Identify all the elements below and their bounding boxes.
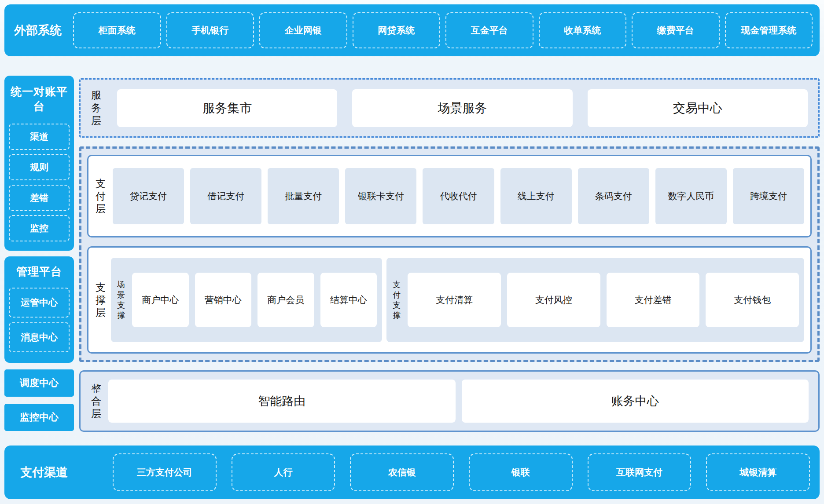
reconciliation-item: 差错 — [9, 185, 70, 211]
external-system-item: 网贷系统 — [353, 12, 441, 48]
external-system-item: 柜面系统 — [73, 12, 161, 48]
payment-channel-item: 城银清算 — [706, 453, 810, 491]
payment-channels-bar: 支付渠道 三方支付公司 人行 农信银 银联 互联网支付 城银清算 — [4, 446, 820, 499]
payment-support-item: 支付钱包 — [706, 273, 799, 327]
service-layer-label: 服务层 — [90, 89, 102, 127]
payment-layer-item: 借记支付 — [190, 168, 261, 224]
support-layer-label: 支撑层 — [95, 281, 107, 319]
integration-layer-label: 整合层 — [90, 382, 102, 420]
reconciliation-platform-block: 统一对账平台 渠道 规则 差错 监控 — [4, 76, 74, 251]
payment-channel-item: 银联 — [469, 453, 573, 491]
payment-layer-panel: 支付层 贷记支付 借记支付 批量支付 银联卡支付 代收代付 线上支付 条码支付 … — [87, 155, 812, 237]
management-item: 运管中心 — [9, 288, 70, 318]
payment-layer-item: 贷记支付 — [113, 168, 184, 224]
scene-support-item: 结算中心 — [320, 273, 377, 327]
payment-layer-item: 线上支付 — [500, 168, 572, 224]
external-system-item: 企业网银 — [259, 12, 347, 48]
reconciliation-platform-title: 统一对账平台 — [9, 84, 70, 113]
scene-support-item: 商户中心 — [132, 273, 189, 327]
payment-layer-item: 银联卡支付 — [345, 168, 416, 224]
payment-layer-item: 代收代付 — [423, 168, 494, 224]
external-system-item: 收单系统 — [539, 12, 627, 48]
service-layer-section: 服务层 服务集市 场景服务 交易中心 — [79, 78, 820, 138]
scene-support-item: 营销中心 — [195, 273, 252, 327]
payment-channel-item: 三方支付公司 — [113, 453, 217, 491]
integration-layer-item: 智能路由 — [108, 380, 456, 423]
reconciliation-item: 渠道 — [9, 124, 70, 150]
monitoring-center-block: 监控中心 — [4, 404, 74, 431]
scene-support-label: 场景支撑 — [116, 279, 126, 321]
scene-support-item: 商户会员 — [258, 273, 314, 327]
reconciliation-item: 规则 — [9, 154, 70, 180]
payment-channel-item: 互联网支付 — [588, 453, 692, 491]
scene-support-group: 场景支撑 商户中心 营销中心 商户会员 结算中心 — [111, 258, 382, 342]
external-systems-title: 外部系统 — [11, 22, 68, 38]
management-platform-block: 管理平台 运管中心 消息中心 — [4, 256, 74, 363]
external-system-item: 手机银行 — [166, 12, 254, 48]
payment-layer-item: 数字人民币 — [655, 168, 727, 224]
service-layer-item: 场景服务 — [352, 89, 572, 127]
payment-channel-item: 农信银 — [350, 453, 454, 491]
service-layer-item: 服务集市 — [117, 89, 337, 127]
architecture-diagram: 外部系统 柜面系统 手机银行 企业网银 网贷系统 互金平台 收单系统 缴费平台 … — [0, 0, 824, 504]
integration-layer-item: 账务中心 — [462, 380, 809, 423]
payment-support-item: 支付风控 — [507, 273, 600, 327]
external-system-item: 现金管理系统 — [725, 12, 813, 48]
external-systems-bar: 外部系统 柜面系统 手机银行 企业网银 网贷系统 互金平台 收单系统 缴费平台 … — [4, 4, 820, 56]
management-item: 消息中心 — [9, 322, 70, 352]
payment-support-group: 支付支撑 支付清算 支付风控 支付差错 支付钱包 — [386, 258, 804, 342]
payment-support-item: 支付清算 — [408, 273, 501, 327]
reconciliation-items: 渠道 规则 差错 监控 — [9, 120, 70, 245]
support-layer-panel: 支撑层 场景支撑 商户中心 营销中心 商户会员 结算中心 支付支撑 支付清算 支… — [87, 246, 812, 354]
payment-layer-item: 批量支付 — [268, 168, 339, 224]
external-system-item: 互金平台 — [445, 12, 533, 48]
payment-layer-label: 支付层 — [95, 177, 107, 215]
management-platform-title: 管理平台 — [9, 264, 70, 279]
payment-support-label: 支付支撑 — [392, 279, 401, 321]
reconciliation-item: 监控 — [9, 215, 70, 241]
payment-layer-item: 跨境支付 — [733, 168, 804, 224]
payment-channel-item: 人行 — [232, 453, 335, 491]
payment-support-item: 支付差错 — [607, 273, 700, 327]
payment-channels-title: 支付渠道 — [14, 464, 98, 480]
integration-layer-section: 整合层 智能路由 账务中心 — [79, 370, 820, 432]
payment-layer-item: 条码支付 — [578, 168, 649, 224]
external-system-item: 缴费平台 — [632, 12, 720, 48]
management-items: 运管中心 消息中心 — [9, 282, 70, 358]
dispatch-center-block: 调度中心 — [4, 369, 74, 397]
core-layers-wrapper: 支付层 贷记支付 借记支付 批量支付 银联卡支付 代收代付 线上支付 条码支付 … — [79, 146, 820, 362]
service-layer-item: 交易中心 — [588, 89, 808, 127]
